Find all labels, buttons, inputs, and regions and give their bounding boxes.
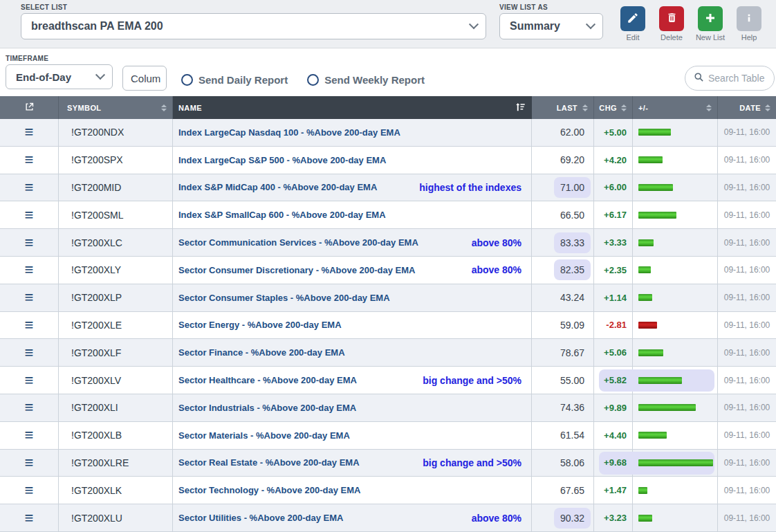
external-link-icon <box>24 102 35 113</box>
search-table-input[interactable] <box>708 73 772 84</box>
change-bar <box>638 515 652 522</box>
last-value: 69.20 <box>554 149 591 170</box>
select-list-group: SELECT LIST breadthscan PA EMA 200 <box>21 3 486 39</box>
row-menu-cell: ≡ <box>0 367 59 394</box>
last-cell: 71.00 <box>532 174 594 201</box>
header-name[interactable]: NAME <box>173 96 532 119</box>
symbol-cell: !GT200XLC <box>59 229 173 256</box>
edit-action: Edit <box>617 6 649 42</box>
row-menu-icon[interactable]: ≡ <box>25 290 34 305</box>
name-link[interactable]: Sector Finance - %Above 200-day EMA <box>178 347 345 358</box>
header-last[interactable]: LAST <box>532 96 594 119</box>
view-list-as-dropdown[interactable]: Summary <box>499 13 603 39</box>
symbol-link[interactable]: !GT200XLI <box>71 402 118 413</box>
last-value: 74.36 <box>554 397 591 418</box>
name-link[interactable]: Sector Consumer Staples - %Above 200-day… <box>178 293 390 303</box>
edit-button[interactable] <box>620 6 645 31</box>
date-value: 09-11, 16:00 <box>724 320 770 330</box>
name-link[interactable]: Index LargeCap S&P 500 - %Above 200-day … <box>178 155 386 165</box>
name-link[interactable]: Sector Materials - %Above 200-day EMA <box>178 430 350 441</box>
name-cell: Index LargeCap Nasdaq 100 - %Above 200-d… <box>173 119 532 146</box>
plus-icon <box>704 12 717 26</box>
symbol-link[interactable]: !GT200XLP <box>71 292 122 303</box>
table-header-row: SYMBOL NAME LAST CHG +/- <box>0 96 776 119</box>
date-value: 09-11, 16:00 <box>724 293 770 302</box>
row-menu-icon[interactable]: ≡ <box>25 428 34 443</box>
symbol-link[interactable]: !GT200NDX <box>71 127 124 138</box>
annotation-note: above 80% <box>472 237 521 248</box>
columns-button[interactable]: Colum <box>122 66 167 91</box>
header-date-label: DATE <box>739 104 761 112</box>
name-link[interactable]: Sector Industrials - %Above 200-day EMA <box>178 403 356 413</box>
symbol-link[interactable]: !GT200MID <box>71 182 121 193</box>
view-list-as-label: VIEW LIST AS <box>499 3 603 11</box>
row-menu-icon[interactable]: ≡ <box>25 345 34 360</box>
timeframe-dropdown[interactable]: End-of-Day <box>6 64 113 89</box>
name-link[interactable]: Sector Real Estate - %Above 200-day EMA <box>178 457 360 468</box>
select-list-dropdown[interactable]: breadthscan PA EMA 200 <box>21 13 486 39</box>
row-menu-icon[interactable]: ≡ <box>25 125 34 140</box>
name-cell: Sector Finance - %Above 200-day EMA <box>173 339 532 366</box>
header-date[interactable]: DATE <box>718 96 776 119</box>
row-menu-icon[interactable]: ≡ <box>25 262 34 277</box>
table-row: ≡ !GT200XLU Sector Utilities - %Above 20… <box>0 504 776 532</box>
change-bar <box>638 322 657 329</box>
symbol-link[interactable]: !GT200XLY <box>71 264 121 275</box>
name-link[interactable]: Sector Utilities - %Above 200-day EMA <box>178 513 343 523</box>
name-link[interactable]: Sector Healthcare - %Above 200-day EMA <box>178 375 357 385</box>
date-value: 09-11, 16:00 <box>724 238 770 248</box>
header-popout[interactable] <box>0 96 59 119</box>
symbol-link[interactable]: !GT200SPX <box>71 154 123 165</box>
row-menu-icon[interactable]: ≡ <box>25 373 34 388</box>
name-link[interactable]: Sector Consumer Discretionary - %Above 2… <box>178 265 415 275</box>
delete-button[interactable] <box>659 6 684 31</box>
row-menu-icon[interactable]: ≡ <box>25 455 34 470</box>
header-chg-label: CHG <box>599 104 617 112</box>
name-link[interactable]: Index S&P SmallCap 600 - %Above 200-day … <box>178 210 386 220</box>
change-bar-cell <box>633 174 718 201</box>
symbol-link[interactable]: !GT200XLE <box>71 320 122 331</box>
change-value: +1.14 <box>604 293 627 303</box>
help-button[interactable] <box>737 6 761 31</box>
view-list-as-group: VIEW LIST AS Summary <box>499 3 603 39</box>
row-menu-icon[interactable]: ≡ <box>25 483 34 498</box>
symbol-cell: !GT200XLV <box>59 367 173 394</box>
new-list-button[interactable] <box>698 6 723 31</box>
header-chg[interactable]: CHG <box>594 96 633 119</box>
symbol-link[interactable]: !GT200SML <box>71 210 123 221</box>
send-daily-report-radio[interactable]: Send Daily Report <box>181 74 288 86</box>
last-value: 71.00 <box>554 177 591 198</box>
send-weekly-report-radio[interactable]: Send Weekly Report <box>307 74 425 86</box>
symbol-link[interactable]: !GT200XLB <box>71 430 122 441</box>
row-menu-icon[interactable]: ≡ <box>25 152 34 167</box>
header-last-label: LAST <box>557 104 578 112</box>
symbol-link[interactable]: !GT200XLC <box>71 237 122 248</box>
row-menu-icon[interactable]: ≡ <box>25 208 34 223</box>
name-link[interactable]: Sector Technology - %Above 200-day EMA <box>178 485 360 495</box>
symbol-link[interactable]: !GT200XLU <box>71 513 122 524</box>
symbol-link[interactable]: !GT200XLF <box>71 347 121 358</box>
row-menu-icon[interactable]: ≡ <box>25 400 34 415</box>
symbol-link[interactable]: !GT200XLK <box>71 485 122 496</box>
symbol-link[interactable]: !GT200XLV <box>71 375 121 386</box>
last-value: 78.67 <box>554 342 591 363</box>
name-link[interactable]: Index LargeCap Nasdaq 100 - %Above 200-d… <box>178 127 400 138</box>
row-menu-icon[interactable]: ≡ <box>25 235 34 250</box>
row-menu-icon[interactable]: ≡ <box>25 511 34 526</box>
change-bar-cell <box>633 147 718 174</box>
search-table-box <box>685 66 775 91</box>
row-menu-icon[interactable]: ≡ <box>25 180 34 195</box>
name-link[interactable]: Index S&P MidCap 400 - %Above 200-day EM… <box>178 182 377 192</box>
row-menu-icon[interactable]: ≡ <box>25 318 34 333</box>
last-value: 61.54 <box>554 425 591 446</box>
name-link[interactable]: Sector Communication Services - %Above 2… <box>178 237 418 248</box>
header-plusminus[interactable]: +/- <box>633 96 718 119</box>
change-bar <box>638 184 673 191</box>
name-link[interactable]: Sector Energy - %Above 200-day EMA <box>178 320 342 330</box>
header-symbol[interactable]: SYMBOL <box>59 96 173 119</box>
date-cell: 09-11, 16:00 <box>718 367 776 394</box>
last-value: 59.09 <box>554 315 591 336</box>
change-bar-cell <box>633 339 718 366</box>
symbol-link[interactable]: !GT200XLRE <box>71 457 129 468</box>
date-cell: 09-11, 16:00 <box>718 201 776 228</box>
